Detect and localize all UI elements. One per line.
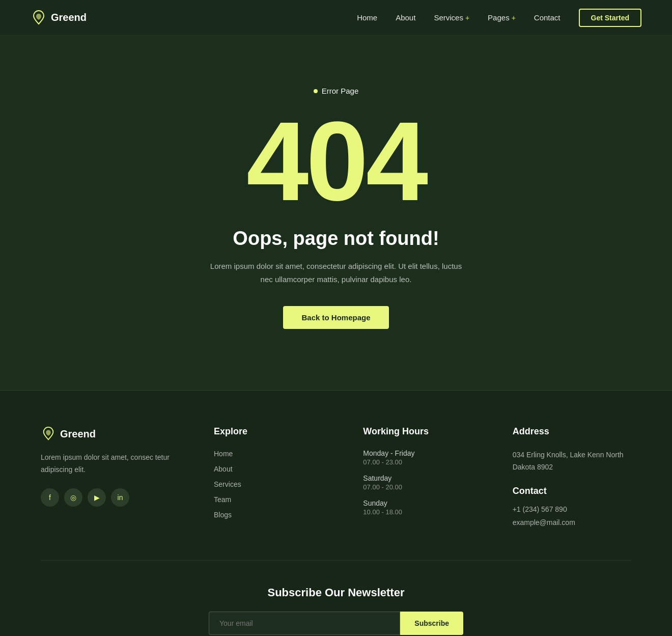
newsletter-subscribe-button[interactable]: Subscribe [400,612,463,635]
error-title: Oops, page not found! [233,228,439,250]
explore-title: Explore [214,426,332,437]
footer-explore: Explore Home About Services Team Blogs [214,426,332,530]
working-time-monday: 07.00 - 23.00 [363,458,482,466]
social-icons: f ◎ ▶ in [41,488,183,507]
contact-email: example@mail.com [513,516,631,530]
get-started-button[interactable]: Get Started [579,9,641,27]
newsletter-email-input[interactable] [209,612,400,635]
footer-address: Address 034 Erling Knolls, Lake Kenn Nor… [513,426,631,530]
explore-services[interactable]: Services [214,480,241,488]
explore-team[interactable]: Team [214,495,231,504]
nav-contact[interactable]: Contact [534,13,561,22]
nav-home[interactable]: Home [357,13,377,22]
explore-home[interactable]: Home [214,450,233,458]
footer-brand: Greend Lorem ipsum dolor sit amet, conse… [41,426,183,530]
working-time-saturday: 07.00 - 20.00 [363,483,482,491]
working-day-saturday: Saturday [363,474,482,482]
list-item: About [214,464,332,474]
address-text: 034 Erling Knolls, Lake Kenn North Dakot… [513,449,631,474]
working-day-monday: Monday - Friday [363,449,482,457]
list-item: Home [214,449,332,458]
pages-plus-icon: + [512,14,516,22]
contact-phone: +1 (234) 567 890 [513,503,631,516]
error-dot-icon [314,89,318,93]
linkedin-icon[interactable]: in [111,488,129,507]
list-item: Blogs [214,510,332,519]
error-section: Error Page 404 Oops, page not found! Lor… [0,36,672,390]
footer-logo-text: Greend [60,428,96,440]
footer-working-hours: Working Hours Monday - Friday 07.00 - 23… [363,426,482,530]
newsletter-title: Subscribe Our Newsletter [41,586,631,599]
explore-links: Home About Services Team Blogs [214,449,332,519]
instagram-icon[interactable]: ◎ [64,488,82,507]
explore-about[interactable]: About [214,465,233,473]
list-item: Team [214,495,332,504]
newsletter-section: Subscribe Our Newsletter Subscribe [41,560,631,636]
logo-text: Greend [51,12,87,23]
error-description: Lorem ipsum dolor sit amet, consectetur … [209,260,463,286]
contact-info: +1 (234) 567 890 example@mail.com [513,503,631,530]
facebook-icon[interactable]: f [41,488,59,507]
nav-pages[interactable]: Pages + [488,13,516,22]
logo-icon [31,10,47,26]
working-time-sunday: 10.00 - 18.00 [363,508,482,516]
footer-logo: Greend [41,426,183,441]
footer: Greend Lorem ipsum dolor sit amet, conse… [0,391,672,636]
newsletter-form: Subscribe [209,612,463,635]
back-to-homepage-button[interactable]: Back to Homepage [283,306,388,329]
working-hours-sunday: Sunday 10.00 - 18.00 [363,499,482,516]
working-hours-monday: Monday - Friday 07.00 - 23.00 [363,449,482,466]
footer-logo-icon [41,426,56,441]
contact-title: Contact [513,486,631,496]
list-item: Services [214,480,332,489]
working-hours-title: Working Hours [363,426,482,437]
explore-blogs[interactable]: Blogs [214,511,232,519]
error-label: Error Page [314,87,359,95]
nav-services[interactable]: Services + [434,13,469,22]
main-nav: Home About Services + Pages + Contact Ge… [357,9,641,27]
logo[interactable]: Greend [31,10,87,26]
youtube-icon[interactable]: ▶ [88,488,106,507]
working-hours-saturday: Saturday 07.00 - 20.00 [363,474,482,491]
services-plus-icon: + [465,14,469,22]
footer-brand-desc: Lorem ipsum dolor sit amet, consec tetur… [41,452,183,476]
nav-about[interactable]: About [396,13,415,22]
working-day-sunday: Sunday [363,499,482,507]
address-title: Address [513,426,631,437]
error-code: 404 [246,105,426,217]
